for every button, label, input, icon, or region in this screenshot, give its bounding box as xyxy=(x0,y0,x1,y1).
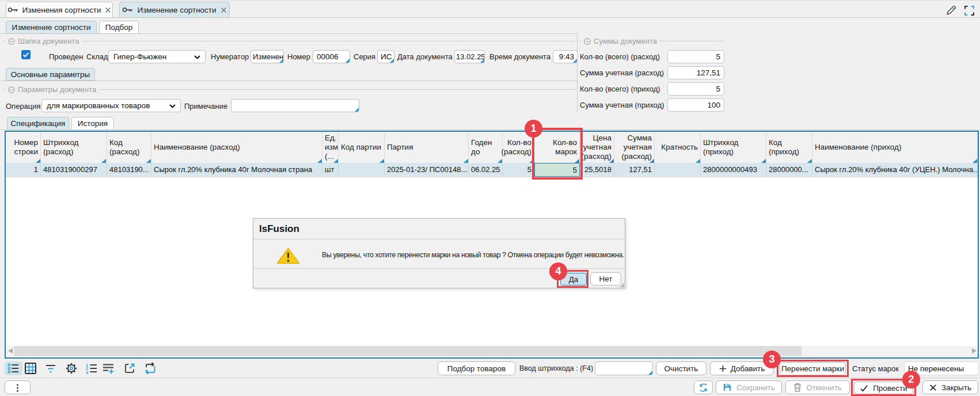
svg-text:3: 3 xyxy=(86,370,88,375)
